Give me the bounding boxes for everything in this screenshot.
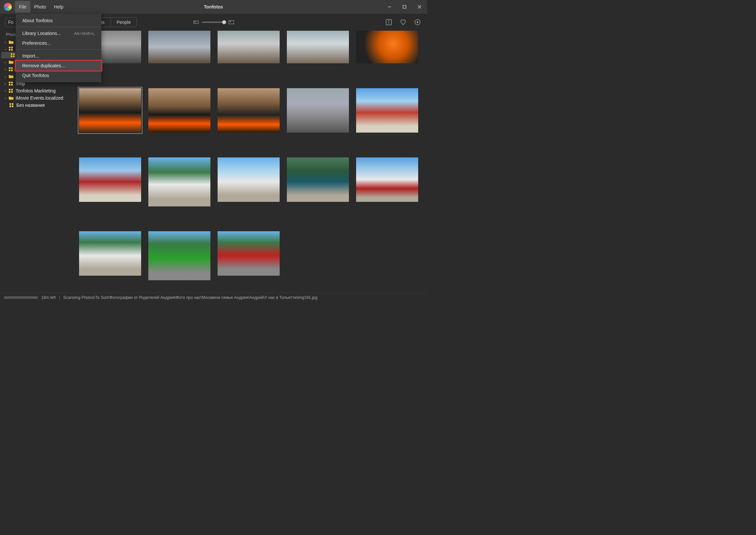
tab-people[interactable]: People [111,18,137,27]
photo-thumbnail[interactable] [356,157,418,202]
tree-item-untitled[interactable]: Без названия [0,101,73,109]
photo-thumbnail-selected[interactable] [79,88,141,133]
svg-rect-32 [10,103,11,105]
svg-rect-22 [9,70,11,71]
svg-rect-20 [9,67,11,69]
folder-icon [9,96,15,100]
statusbar: 18m left | Scanning Photos\To Sort\Фотог… [0,293,427,302]
svg-rect-26 [9,84,11,86]
grid-icon [9,89,15,93]
svg-rect-4 [194,21,198,23]
menu-shortcut: Alt+Shift+L [74,31,95,36]
status-separator: | [59,295,60,300]
menu-file[interactable]: File [15,1,30,13]
scan-progress [4,296,38,299]
grid-icon [9,67,15,71]
svg-rect-13 [11,47,13,48]
tree-item-imovie[interactable]: ›iMovie Events.localized [0,95,73,101]
svg-rect-16 [11,53,13,55]
menubar: File Photo Help [15,1,67,13]
menu-item-library-locations[interactable]: Library Locations...Alt+Shift+L [16,28,101,38]
thumbnail-zoom [193,20,234,24]
large-thumb-icon [229,20,234,24]
svg-rect-24 [9,82,11,83]
menu-item-about[interactable]: About Tonfotos [16,16,101,25]
svg-rect-31 [11,91,13,93]
svg-rect-23 [11,70,13,71]
grid-icon [9,46,15,51]
svg-point-5 [195,21,195,22]
titlebar: File Photo Help Tonfotos [0,0,427,14]
tree-item-marketing[interactable]: ›Tonfotos Markteting [0,87,73,95]
app-logo-icon [4,3,12,11]
svg-rect-12 [9,47,11,48]
photo-thumbnail[interactable] [79,157,141,202]
photo-thumbnail[interactable] [218,157,280,202]
info-button[interactable] [385,18,393,26]
photo-thumbnail[interactable] [148,88,210,133]
small-thumb-icon [193,20,199,24]
svg-rect-14 [9,49,11,51]
photo-thumbnail[interactable] [356,31,418,63]
svg-rect-28 [9,89,11,91]
svg-rect-18 [11,56,13,57]
svg-rect-6 [229,20,234,24]
svg-rect-35 [12,105,14,107]
menu-item-remove-duplicates[interactable]: Remove duplicates... [16,61,101,70]
svg-rect-30 [9,91,11,93]
svg-rect-15 [11,49,13,51]
status-time-left: 18m left [41,295,56,300]
photo-thumbnail[interactable] [148,231,210,280]
folder-icon [9,40,15,44]
menu-item-quit[interactable]: Quit Tonfotos [16,70,101,80]
menu-photo[interactable]: Photo [30,1,50,13]
photo-thumbnail[interactable] [148,31,210,63]
folder-icon [9,74,15,79]
menu-item-import[interactable]: Import... [16,51,101,61]
photo-thumbnail[interactable] [356,88,418,133]
menu-item-preferences[interactable]: Preferences... [16,38,101,48]
svg-rect-33 [12,103,14,105]
status-scanning-path: Scanning Photos\To Sort\Фотографии от Ро… [63,295,318,300]
svg-rect-29 [11,89,13,91]
zoom-slider[interactable] [202,21,225,23]
file-menu-dropdown: About Tonfotos Library Locations...Alt+S… [16,14,101,82]
photo-thumbnail[interactable] [79,231,141,276]
svg-rect-34 [10,105,11,107]
folder-icon [9,60,15,64]
slideshow-button[interactable] [413,18,422,26]
photo-thumbnail[interactable] [287,157,349,202]
photo-thumbnail[interactable] [218,31,280,63]
thumbnail-grid-pane [73,31,427,293]
svg-rect-21 [11,67,13,69]
photo-thumbnail[interactable] [287,31,349,63]
svg-rect-27 [11,84,13,86]
grid-icon [9,103,15,107]
svg-rect-17 [13,53,15,55]
close-button[interactable] [412,0,427,14]
photo-thumbnail[interactable] [287,88,349,133]
minimize-button[interactable] [382,0,397,14]
menu-help[interactable]: Help [50,1,67,13]
maximize-button[interactable] [397,0,412,14]
photo-thumbnail[interactable] [218,88,280,133]
svg-point-7 [230,21,230,22]
favorite-button[interactable] [399,18,407,26]
svg-rect-25 [11,82,13,83]
svg-rect-1 [403,6,406,9]
grid-icon [9,81,15,86]
svg-rect-19 [13,56,15,57]
photo-thumbnail[interactable] [218,231,280,276]
svg-point-10 [389,20,389,21]
photo-thumbnail[interactable] [148,157,210,207]
